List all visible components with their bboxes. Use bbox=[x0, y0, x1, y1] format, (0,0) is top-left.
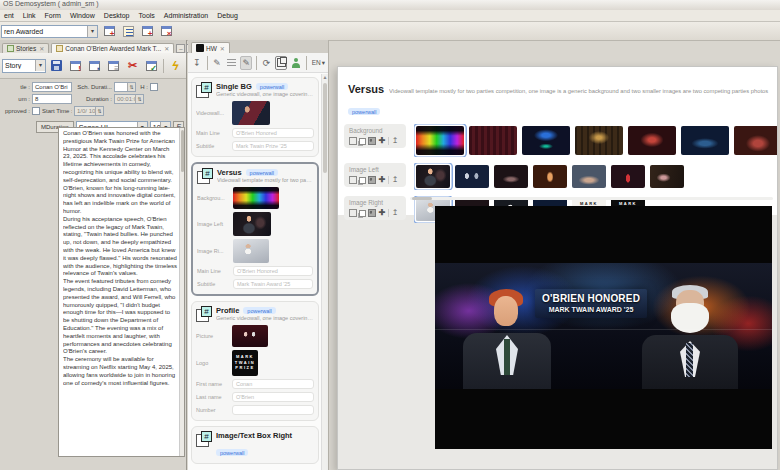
close-window-button[interactable]: × bbox=[158, 24, 174, 39]
story-type-combo[interactable]: Story ▾ bbox=[2, 59, 46, 73]
first-name-input[interactable]: Conan bbox=[232, 379, 314, 389]
menu-item-debug[interactable]: Debug bbox=[217, 12, 238, 19]
import-button[interactable]: ↧ bbox=[191, 56, 203, 70]
start-time-field[interactable]: 1/0/ 10: bbox=[74, 106, 104, 116]
overlap-icon[interactable] bbox=[359, 138, 366, 145]
list-view-button[interactable] bbox=[120, 24, 136, 39]
main-line-input[interactable]: O'Brien Honored bbox=[233, 266, 313, 276]
close-icon[interactable]: ✕ bbox=[39, 45, 44, 52]
menu-item-form[interactable]: Form bbox=[45, 12, 61, 19]
compose-button[interactable]: ✎ bbox=[240, 56, 252, 70]
thumbnail[interactable] bbox=[522, 126, 570, 155]
videowall-thumbnail[interactable] bbox=[232, 101, 270, 125]
close-icon[interactable]: ✕ bbox=[220, 45, 225, 52]
thumbnail[interactable] bbox=[650, 165, 684, 188]
subtitle-input[interactable]: Mark Twain Award '25 bbox=[233, 279, 313, 289]
thumbnail[interactable] bbox=[469, 126, 517, 155]
template-card-profile[interactable]: # Profile powerwall Generic videowall, o… bbox=[191, 301, 319, 421]
add-icon[interactable]: ✚ bbox=[378, 209, 386, 217]
story-text[interactable]: Conan O'Brien was honored with the prest… bbox=[63, 130, 178, 454]
background-hscrollbar[interactable] bbox=[410, 197, 773, 200]
image-icon[interactable] bbox=[368, 209, 376, 217]
thumbnail-selected[interactable] bbox=[416, 165, 450, 188]
chevron-down-icon[interactable]: ▾ bbox=[87, 26, 97, 37]
story-editor[interactable]: Conan O'Brien was honored with the prest… bbox=[58, 127, 185, 457]
scroll-up-arrow[interactable]: ▲ bbox=[322, 74, 328, 81]
thumbnail[interactable] bbox=[611, 165, 645, 188]
menu-item-administration[interactable]: Administration bbox=[164, 12, 208, 19]
num-field[interactable]: 8 bbox=[32, 94, 72, 104]
thumbnail[interactable] bbox=[533, 165, 567, 188]
template-card-image-text-box-right[interactable]: # Image/Text Box Right powerwall bbox=[191, 426, 319, 464]
cut-button[interactable]: ✂ bbox=[124, 57, 141, 74]
tab-story-conan[interactable]: Conan O'Brien Awarded Mark T... ✕ bbox=[51, 43, 174, 53]
crop-icon[interactable] bbox=[349, 137, 357, 145]
sch-duration-field[interactable] bbox=[114, 82, 136, 92]
add-icon[interactable]: ✚ bbox=[378, 137, 386, 145]
quick-send-button[interactable]: ϟ bbox=[167, 57, 184, 74]
crop-icon[interactable] bbox=[349, 176, 357, 184]
add-window-button[interactable]: + bbox=[101, 24, 117, 39]
image-right-thumbnail[interactable] bbox=[233, 239, 269, 263]
new-window-button[interactable]: + bbox=[139, 24, 155, 39]
title-field[interactable]: Conan O'Bri bbox=[32, 82, 72, 92]
number-input[interactable] bbox=[232, 405, 314, 415]
logo-thumbnail[interactable]: MARKTWAINPRIZE bbox=[232, 350, 258, 376]
scrollbar-thumb[interactable] bbox=[412, 197, 432, 200]
language-dropdown[interactable]: EN▾ bbox=[312, 59, 325, 67]
tab-stories[interactable]: Stories ✕ bbox=[2, 43, 49, 53]
popout-button[interactable] bbox=[275, 56, 287, 70]
upload-icon[interactable]: ↥ bbox=[391, 176, 399, 184]
menu-item-tools[interactable]: Tools bbox=[139, 12, 155, 19]
save-button[interactable] bbox=[48, 57, 65, 74]
add-icon[interactable]: ✚ bbox=[378, 176, 386, 184]
thumbnail[interactable] bbox=[681, 126, 729, 155]
story-scrollbar[interactable] bbox=[179, 128, 184, 456]
thumbnail[interactable] bbox=[628, 126, 676, 155]
thumbnail-selected[interactable] bbox=[416, 126, 464, 155]
form-window-button[interactable]: ≡ bbox=[105, 57, 122, 74]
menu-item-link[interactable]: Link bbox=[23, 12, 36, 19]
chevron-down-icon[interactable]: ▾ bbox=[35, 60, 45, 71]
upload-icon[interactable]: ↥ bbox=[391, 137, 399, 145]
template-card-versus[interactable]: # Versus powerwall Videowall template mo… bbox=[191, 162, 319, 296]
approve-window-button[interactable]: ✓ bbox=[143, 57, 160, 74]
user-button[interactable] bbox=[290, 56, 302, 70]
main-line-input[interactable]: O'Brien Honored bbox=[232, 128, 314, 138]
crop-icon[interactable] bbox=[349, 209, 357, 217]
menu-item-0[interactable]: ent bbox=[4, 12, 14, 19]
thumbnail[interactable] bbox=[572, 165, 606, 188]
menu-item-desktop[interactable]: Desktop bbox=[104, 12, 130, 19]
thumbnail[interactable] bbox=[734, 126, 777, 155]
image-icon[interactable] bbox=[368, 176, 376, 184]
template-scrollbar[interactable]: ▲ bbox=[321, 74, 328, 470]
picture-thumbnail[interactable] bbox=[232, 325, 268, 347]
last-name-input[interactable]: O'Brien bbox=[232, 392, 314, 402]
overlap-icon[interactable] bbox=[359, 177, 366, 184]
duration-field[interactable]: 00:01:0 bbox=[114, 94, 144, 104]
edit-button[interactable]: ✎ bbox=[211, 56, 223, 70]
scrollbar-thumb[interactable] bbox=[323, 83, 327, 173]
videowall-preview-window[interactable]: O'BRIEN HONORED MARK TWAIN AWARD '25 bbox=[435, 206, 772, 449]
tab-hw[interactable]: HW ✕ bbox=[191, 42, 230, 53]
alert-window-button[interactable]: ! bbox=[67, 57, 84, 74]
upload-icon[interactable]: ↥ bbox=[391, 209, 399, 217]
close-icon[interactable]: ✕ bbox=[164, 45, 169, 52]
image-icon[interactable] bbox=[368, 137, 376, 145]
overlap-icon[interactable] bbox=[359, 210, 366, 217]
thumbnail[interactable] bbox=[494, 165, 528, 188]
template-card-single-bg[interactable]: # Single BG powerwall Generic videowall,… bbox=[191, 77, 319, 157]
minimize-button[interactable]: – bbox=[176, 44, 185, 53]
scrollbar-thumb[interactable] bbox=[181, 130, 185, 172]
thumbnail[interactable] bbox=[455, 165, 489, 188]
save-window-button[interactable]: ▪ bbox=[86, 57, 103, 74]
subtitle-input[interactable]: Mark Twain Prize '25 bbox=[232, 141, 314, 151]
image-left-thumbnail[interactable] bbox=[233, 212, 271, 236]
list-edit-button[interactable] bbox=[226, 56, 238, 70]
menu-item-window[interactable]: Window bbox=[70, 12, 95, 19]
thumbnail[interactable] bbox=[575, 126, 623, 155]
approved-checkbox[interactable] bbox=[32, 107, 40, 115]
rundown-combo[interactable]: ren Awarded ▾ bbox=[1, 25, 98, 38]
refresh-button[interactable]: ⟳ bbox=[261, 56, 273, 70]
h-checkbox[interactable] bbox=[150, 83, 158, 91]
